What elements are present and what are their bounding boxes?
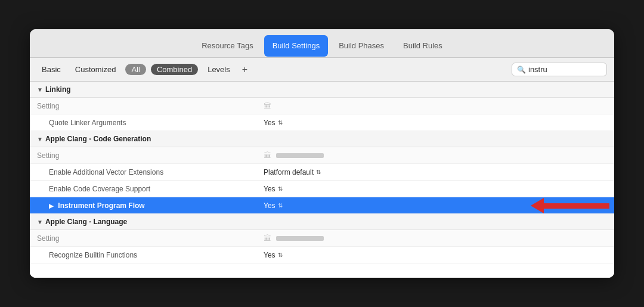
instrument-flow-stepper[interactable]: ⇅ [278,202,283,209]
enable-additional-vector-row[interactable]: Enable Additional Vector Extensions Plat… [30,164,614,181]
code-gen-setting-icon [264,151,271,160]
quote-linker-arguments-label: Quote Linker Arguments [37,119,264,127]
recognize-builtin-row[interactable]: Recognize Builtin Functions Yes ⇅ [30,247,614,263]
filter-customized[interactable]: Customized [70,64,121,75]
filter-basic[interactable]: Basic [37,64,66,75]
recognize-builtin-stepper[interactable]: ⇅ [278,252,283,258]
lang-setting-label: Setting [37,234,264,243]
tab-build-settings[interactable]: Build Settings [264,35,329,57]
additional-vector-stepper[interactable]: ⇅ [316,169,321,175]
collapse-triangle-linking[interactable]: ▼ [37,86,43,93]
filter-all[interactable]: All [125,64,145,75]
section-language-title: Apple Clang - Language [45,218,127,226]
enable-additional-vector-value: Platform default ⇅ [264,168,607,176]
section-code-generation-title: Apple Clang - Code Generation [45,135,151,143]
enable-code-coverage-value: Yes ⇅ [264,185,607,193]
collapse-triangle-code-gen[interactable]: ▼ [37,136,43,142]
disclosure-arrow: ▶ [49,203,54,209]
code-gen-setting-value [264,151,607,160]
instrument-program-flow-row[interactable]: ▶ Instrument Program Flow Yes ⇅ [30,197,614,214]
quote-linker-arguments-row[interactable]: Quote Linker Arguments Yes ⇅ [30,114,614,131]
code-gen-setting-row: Setting [30,147,614,164]
code-gen-setting-label: Setting [37,151,264,160]
linking-setting-icon [264,101,271,110]
instrument-program-flow-label: ▶ Instrument Program Flow [37,201,264,210]
filter-levels[interactable]: Levels [203,64,235,75]
lang-setting-value [264,234,607,243]
section-linking: ▼ Linking [30,82,614,98]
section-language: ▼ Apple Clang - Language [30,214,614,230]
collapse-triangle-language[interactable]: ▼ [37,219,43,225]
instrument-program-flow-value: Yes ⇅ [264,201,607,210]
search-icon: 🔍 [517,66,526,74]
bottom-padding [30,263,614,278]
lang-setting-icon [264,234,271,243]
search-box[interactable]: 🔍 [512,63,607,76]
enable-code-coverage-row[interactable]: Enable Code Coverage Support Yes ⇅ [30,181,614,197]
filter-combined[interactable]: Combined [151,64,198,75]
tab-resource-tags[interactable]: Resource Tags [193,35,261,57]
linking-setting-label: Setting [37,102,264,110]
lang-setting-row: Setting [30,230,614,247]
quote-linker-stepper[interactable]: ⇅ [278,119,283,126]
enable-code-coverage-label: Enable Code Coverage Support [37,185,264,193]
quote-linker-arguments-value: Yes ⇅ [264,119,607,127]
linking-setting-row: Setting [30,98,614,114]
search-input[interactable] [528,65,600,74]
tab-bar: Resource Tags Build Settings Build Phase… [30,29,614,58]
lang-blurred [276,236,324,241]
code-coverage-stepper[interactable]: ⇅ [278,185,283,192]
code-gen-blurred [276,153,324,158]
instrument-program-flow-container: ▶ Instrument Program Flow Yes ⇅ [30,197,614,214]
recognize-builtin-label: Recognize Builtin Functions [37,251,264,259]
tab-build-rules[interactable]: Build Rules [395,35,451,57]
add-filter-button[interactable]: + [240,64,250,75]
settings-content: ▼ Linking Setting Quote Linker Arguments… [30,82,614,278]
section-code-generation: ▼ Apple Clang - Code Generation [30,131,614,147]
linking-setting-value [264,101,607,110]
tab-build-phases[interactable]: Build Phases [330,35,392,57]
enable-additional-vector-label: Enable Additional Vector Extensions [37,168,264,176]
xcode-window: Resource Tags Build Settings Build Phase… [30,29,614,278]
section-linking-title: Linking [45,85,71,94]
filter-bar: Basic Customized All Combined Levels + 🔍 [30,58,614,82]
recognize-builtin-value: Yes ⇅ [264,251,607,259]
